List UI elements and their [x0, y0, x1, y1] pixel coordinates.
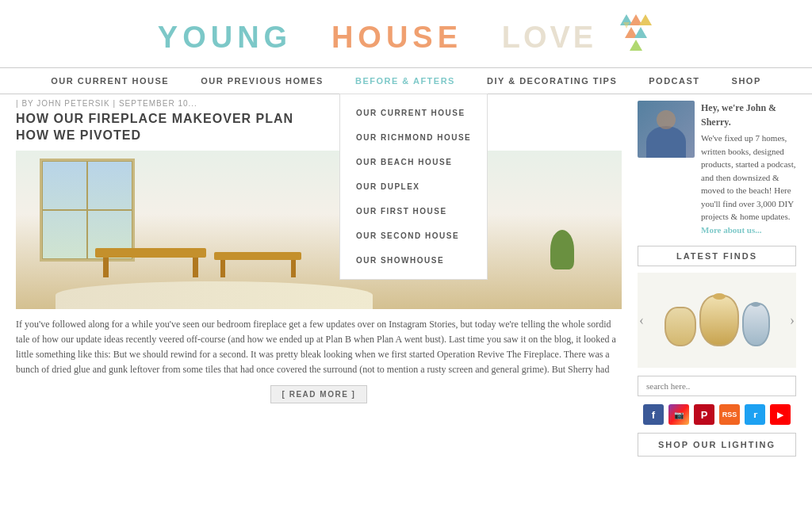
room-scene: [16, 151, 622, 309]
table-leg-2-left: [220, 260, 225, 277]
carousel-prev-button[interactable]: ‹: [639, 312, 644, 329]
dropdown-showhouse[interactable]: OUR SHOWHOUSE: [340, 248, 487, 273]
sidebar-carousel: ‹ ›: [638, 273, 796, 368]
carousel-next-button[interactable]: ›: [790, 312, 795, 329]
dropdown-second-house[interactable]: OUR SECOND HOUSE: [340, 224, 487, 248]
sidebar-about: Hey, we're John & Sherry. We've fixed up…: [638, 101, 796, 236]
basket-2: [699, 295, 739, 346]
table-legs: [103, 258, 198, 277]
logo-text: YOUNG HOUSE LOVE: [158, 21, 596, 55]
nav-item-diy[interactable]: DIY & DECORATING TIPS: [471, 68, 633, 94]
nav-item-before-afters[interactable]: BEFORE & AFTERS OUR CURRENT HOUSE OUR RI…: [339, 68, 471, 94]
furniture-group: [95, 248, 206, 277]
article-meta: | BY JOHN PETERSIK | SEPTEMBER 10...: [16, 99, 622, 108]
window-pane-2: [87, 161, 132, 210]
social-icons-group: f 📷 P RSS 𝕣 ▶: [638, 404, 796, 425]
instagram-icon[interactable]: 📷: [668, 404, 689, 425]
dropdown-beach-house[interactable]: OUR BEACH HOUSE: [340, 150, 487, 174]
main-nav: OUR CURRENT HOUSE OUR PREVIOUS HOMES BEF…: [0, 67, 812, 94]
basket-group: [657, 287, 778, 354]
youtube-icon[interactable]: ▶: [770, 404, 791, 425]
svg-marker-5: [630, 40, 642, 51]
table-legs-2: [220, 260, 296, 277]
dropdown-duplex[interactable]: OUR DUPLEX: [340, 174, 487, 199]
table-leg-left: [103, 258, 109, 277]
facebook-icon[interactable]: f: [643, 404, 664, 425]
dropdown-first-house[interactable]: OUR FIRST HOUSE: [340, 199, 487, 224]
rug: [56, 281, 373, 309]
latest-finds-title: LATEST FINDS: [638, 246, 796, 266]
dropdown-richmond-house[interactable]: OUR RICHMOND HOUSE: [340, 125, 487, 150]
article-title: HOW OUR FIREPLACE MAKEOVER PLAN HOW WE P…: [16, 111, 622, 144]
search-input[interactable]: [638, 376, 796, 396]
article-body: If you've followed along for a while you…: [16, 317, 622, 378]
svg-marker-4: [634, 27, 647, 38]
svg-marker-2: [639, 14, 652, 25]
basket-3: [742, 303, 770, 346]
window-pane-1: [42, 161, 87, 210]
rss-icon[interactable]: RSS: [719, 404, 740, 425]
nav-item-podcast[interactable]: PODCAST: [633, 68, 715, 94]
table-leg-right: [193, 258, 198, 277]
twitter-icon[interactable]: 𝕣: [745, 404, 765, 425]
site-logo[interactable]: YOUNG HOUSE LOVE: [158, 14, 654, 61]
sidebar-photo: [638, 101, 695, 158]
basket-1: [665, 307, 696, 346]
before-afters-dropdown: OUR CURRENT HOUSE OUR RICHMOND HOUSE OUR…: [339, 94, 488, 280]
logo-triangles: [603, 14, 654, 61]
about-link[interactable]: More about us...: [701, 225, 762, 235]
nav-item-shop[interactable]: SHOP: [716, 68, 777, 94]
article-area: | BY JOHN PETERSIK | SEPTEMBER 10... HOW…: [16, 99, 638, 457]
read-more-section: [ READ MORE ]: [16, 385, 622, 403]
shop-lighting-button[interactable]: SHOP OUR LIGHTING: [638, 433, 796, 457]
read-more-button[interactable]: [ READ MORE ]: [270, 385, 368, 403]
table-leg-2-right: [291, 260, 296, 277]
article-image: [16, 151, 622, 309]
room-window: [40, 159, 135, 262]
nav-item-current-house[interactable]: OUR CURRENT HOUSE: [35, 68, 185, 94]
sidebar: Hey, we're John & Sherry. We've fixed up…: [638, 99, 796, 457]
furniture-group-2: [214, 252, 301, 277]
window-pane-3: [42, 210, 87, 259]
sidebar-about-text: Hey, we're John & Sherry. We've fixed up…: [701, 101, 796, 236]
nav-item-previous-homes[interactable]: OUR PREVIOUS HOMES: [185, 68, 339, 94]
room-plant: [550, 230, 574, 269]
table-top-2: [214, 252, 301, 260]
site-header: YOUNG HOUSE LOVE: [0, 0, 812, 67]
dropdown-current-house[interactable]: OUR CURRENT HOUSE: [340, 101, 487, 125]
pinterest-icon[interactable]: P: [694, 404, 714, 425]
table-top: [95, 248, 206, 258]
